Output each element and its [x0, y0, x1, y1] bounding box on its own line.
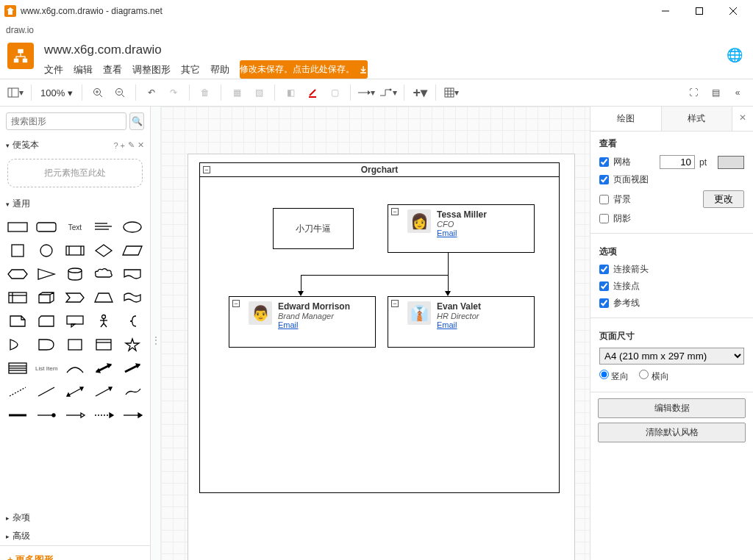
format-toggle-button[interactable]: ▤ — [706, 83, 725, 102]
fold-icon[interactable]: − — [391, 208, 399, 215]
shape-line[interactable] — [35, 382, 59, 401]
collapse-button[interactable]: « — [728, 83, 747, 102]
scratchpad-dropzone[interactable]: 把元素拖至此处 — [7, 159, 143, 187]
shape-item[interactable]: List Item — [35, 359, 59, 378]
menu-help[interactable]: 帮助 — [210, 62, 229, 78]
linecolor-button[interactable] — [303, 83, 322, 102]
panel-close-icon[interactable]: ✕ — [732, 107, 753, 131]
shape-or[interactable] — [6, 335, 30, 354]
node-xiaodao[interactable]: 小刀牛逼 — [273, 208, 354, 249]
shape-dash-line[interactable] — [6, 382, 30, 401]
guides-checkbox[interactable] — [599, 298, 609, 308]
shape-cube[interactable] — [35, 288, 59, 307]
shape-container[interactable] — [91, 335, 115, 354]
shape-link[interactable] — [120, 382, 144, 401]
maximize-button[interactable] — [682, 0, 716, 22]
pageview-checkbox[interactable] — [599, 175, 609, 184]
redo-button[interactable]: ↷ — [164, 83, 183, 102]
tab-style[interactable]: 样式 — [662, 107, 733, 131]
background-checkbox[interactable] — [599, 195, 609, 204]
shape-and[interactable] — [35, 335, 59, 354]
clear-style-button[interactable]: 清除默认风格 — [598, 423, 746, 442]
shape-curve[interactable] — [63, 359, 88, 378]
menu-adjust[interactable]: 调整图形 — [132, 62, 171, 78]
shadow-button[interactable]: ▢ — [325, 83, 344, 102]
menu-view[interactable]: 查看 — [103, 62, 122, 78]
grid-color-swatch[interactable] — [718, 156, 744, 169]
edit-data-button[interactable]: 编辑数据 — [598, 398, 746, 418]
zoom-level[interactable]: 100% ▾ — [38, 87, 76, 98]
shape-square[interactable] — [6, 241, 30, 260]
grid-checkbox[interactable] — [599, 157, 609, 167]
conn-arrows-checkbox[interactable] — [599, 265, 609, 274]
shape-hconn3[interactable] — [91, 406, 115, 425]
shadow-checkbox[interactable] — [599, 214, 609, 223]
menu-other[interactable]: 其它 — [181, 62, 200, 78]
shape-datastore[interactable] — [63, 335, 88, 354]
undo-button[interactable]: ↶ — [142, 83, 161, 102]
conn-points-checkbox[interactable] — [599, 281, 609, 291]
more-shapes-button[interactable]: + 更多图形... — [0, 545, 150, 560]
advanced-header[interactable]: ▸高级 — [0, 527, 150, 545]
shape-bidir-arrow[interactable] — [91, 359, 115, 378]
search-input[interactable] — [6, 112, 126, 130]
tofront-button[interactable]: ▦ — [227, 83, 246, 102]
change-bg-button[interactable]: 更改 — [703, 190, 744, 208]
shape-hline-thick[interactable] — [6, 406, 30, 425]
shape-internal[interactable] — [6, 288, 30, 307]
shape-circle[interactable] — [35, 241, 59, 260]
toback-button[interactable]: ▧ — [249, 83, 268, 102]
splitter-handle[interactable]: ⋮ — [151, 107, 161, 560]
email-link[interactable]: Email — [278, 320, 350, 329]
canvas[interactable]: − Orgchart 小刀牛逼 − 👩 Tessa Miller CFO Ema… — [161, 107, 590, 560]
pagesize-select[interactable]: A4 (210 mm x 297 mm) — [599, 348, 744, 365]
shape-bidir-thin[interactable] — [63, 382, 88, 401]
fillcolor-button[interactable]: ◧ — [281, 83, 300, 102]
shape-card[interactable] — [35, 312, 59, 331]
shape-parallelogram[interactable] — [120, 241, 144, 260]
scratchpad-edit-icon[interactable]: ✎ — [128, 140, 135, 150]
node-evan[interactable]: − 👔 Evan Valet HR Director Email — [388, 296, 535, 348]
scratchpad-close-icon[interactable]: ✕ — [138, 140, 144, 150]
email-link[interactable]: Email — [437, 229, 487, 237]
shape-list[interactable] — [6, 359, 30, 378]
search-button[interactable]: 🔍 — [129, 112, 144, 130]
shape-triangle[interactable] — [35, 265, 59, 284]
fold-icon[interactable]: − — [391, 300, 399, 307]
fold-icon[interactable]: − — [203, 166, 210, 173]
shape-actor[interactable] — [91, 312, 115, 331]
shape-rect[interactable] — [6, 218, 30, 237]
shape-hexagon[interactable] — [6, 265, 30, 284]
menu-file[interactable]: 文件 — [44, 62, 63, 78]
shape-note[interactable] — [6, 312, 30, 331]
email-link[interactable]: Email — [437, 320, 481, 329]
waypoint-button[interactable]: ▾ — [379, 83, 398, 102]
unsaved-warning[interactable]: 修改未保存。点击此处保存。 — [240, 60, 368, 79]
shape-dir-line[interactable] — [91, 382, 115, 401]
shape-arrow[interactable] — [120, 359, 144, 378]
shape-document[interactable] — [120, 265, 144, 284]
shape-ellipse[interactable] — [120, 218, 144, 237]
misc-header[interactable]: ▸杂项 — [0, 509, 150, 527]
shape-cylinder[interactable] — [63, 265, 88, 284]
grid-size-input[interactable] — [660, 155, 695, 169]
language-icon[interactable]: 🌐 — [727, 47, 743, 63]
shape-tape[interactable] — [120, 288, 144, 307]
close-button[interactable] — [716, 0, 750, 22]
shape-hconn2[interactable] — [63, 406, 88, 425]
shape-cloud[interactable] — [91, 265, 115, 284]
shape-step[interactable] — [63, 288, 88, 307]
portrait-radio[interactable]: 竖向 — [599, 370, 629, 383]
table-button[interactable]: ▾ — [442, 83, 461, 102]
zoom-in-button[interactable] — [88, 83, 107, 102]
insert-button[interactable]: +▾ — [410, 83, 429, 102]
delete-button[interactable]: 🗑 — [196, 83, 215, 102]
shape-curly[interactable] — [120, 312, 144, 331]
shape-process[interactable] — [63, 241, 88, 260]
general-header[interactable]: ▾通用 — [0, 195, 150, 213]
shape-callout[interactable] — [63, 312, 88, 331]
scratchpad-header[interactable]: ▾便笺本 ? + ✎ ✕ — [0, 136, 150, 154]
sidebar-toggle-button[interactable]: ▾ — [6, 83, 25, 102]
shape-text[interactable]: Text — [63, 218, 88, 237]
shape-roundrect[interactable] — [35, 218, 59, 237]
